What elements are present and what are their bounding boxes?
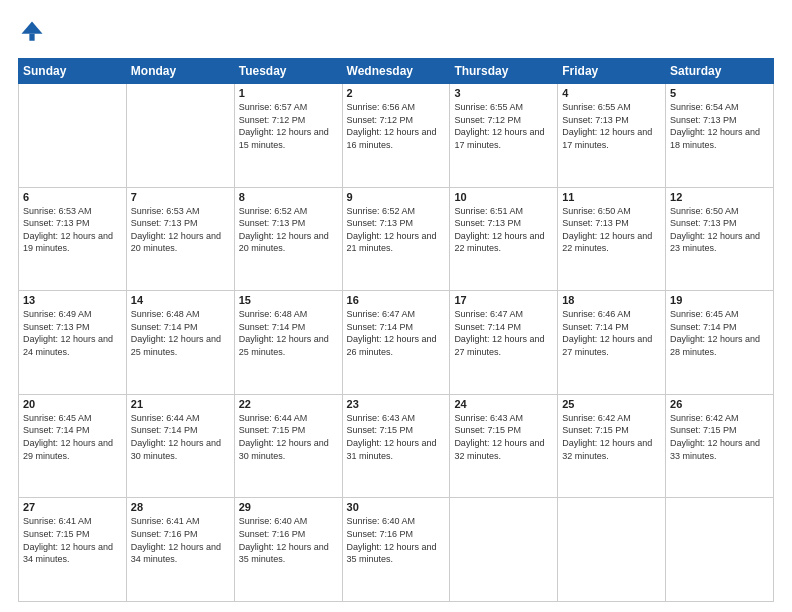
calendar-week-5: 27Sunrise: 6:41 AM Sunset: 7:15 PM Dayli…: [19, 498, 774, 602]
calendar-cell: 17Sunrise: 6:47 AM Sunset: 7:14 PM Dayli…: [450, 291, 558, 395]
calendar-week-2: 6Sunrise: 6:53 AM Sunset: 7:13 PM Daylig…: [19, 187, 774, 291]
calendar-cell: 29Sunrise: 6:40 AM Sunset: 7:16 PM Dayli…: [234, 498, 342, 602]
day-info: Sunrise: 6:46 AM Sunset: 7:14 PM Dayligh…: [562, 308, 661, 358]
calendar-cell: 3Sunrise: 6:55 AM Sunset: 7:12 PM Daylig…: [450, 84, 558, 188]
calendar-cell: 23Sunrise: 6:43 AM Sunset: 7:15 PM Dayli…: [342, 394, 450, 498]
day-info: Sunrise: 6:42 AM Sunset: 7:15 PM Dayligh…: [670, 412, 769, 462]
day-info: Sunrise: 6:48 AM Sunset: 7:14 PM Dayligh…: [131, 308, 230, 358]
day-number: 7: [131, 191, 230, 203]
day-info: Sunrise: 6:50 AM Sunset: 7:13 PM Dayligh…: [562, 205, 661, 255]
day-info: Sunrise: 6:44 AM Sunset: 7:15 PM Dayligh…: [239, 412, 338, 462]
calendar-cell: 8Sunrise: 6:52 AM Sunset: 7:13 PM Daylig…: [234, 187, 342, 291]
day-number: 1: [239, 87, 338, 99]
calendar-cell: 21Sunrise: 6:44 AM Sunset: 7:14 PM Dayli…: [126, 394, 234, 498]
calendar-cell: 9Sunrise: 6:52 AM Sunset: 7:13 PM Daylig…: [342, 187, 450, 291]
day-info: Sunrise: 6:40 AM Sunset: 7:16 PM Dayligh…: [347, 515, 446, 565]
col-header-thursday: Thursday: [450, 59, 558, 84]
day-number: 12: [670, 191, 769, 203]
day-info: Sunrise: 6:55 AM Sunset: 7:13 PM Dayligh…: [562, 101, 661, 151]
day-number: 16: [347, 294, 446, 306]
day-number: 26: [670, 398, 769, 410]
calendar-cell: 5Sunrise: 6:54 AM Sunset: 7:13 PM Daylig…: [666, 84, 774, 188]
calendar-cell: 27Sunrise: 6:41 AM Sunset: 7:15 PM Dayli…: [19, 498, 127, 602]
day-info: Sunrise: 6:47 AM Sunset: 7:14 PM Dayligh…: [454, 308, 553, 358]
day-info: Sunrise: 6:50 AM Sunset: 7:13 PM Dayligh…: [670, 205, 769, 255]
day-number: 19: [670, 294, 769, 306]
day-info: Sunrise: 6:53 AM Sunset: 7:13 PM Dayligh…: [131, 205, 230, 255]
day-number: 29: [239, 501, 338, 513]
calendar-cell: 22Sunrise: 6:44 AM Sunset: 7:15 PM Dayli…: [234, 394, 342, 498]
calendar-cell: 24Sunrise: 6:43 AM Sunset: 7:15 PM Dayli…: [450, 394, 558, 498]
day-number: 15: [239, 294, 338, 306]
calendar-cell: 30Sunrise: 6:40 AM Sunset: 7:16 PM Dayli…: [342, 498, 450, 602]
day-number: 8: [239, 191, 338, 203]
day-info: Sunrise: 6:41 AM Sunset: 7:16 PM Dayligh…: [131, 515, 230, 565]
calendar-cell: 20Sunrise: 6:45 AM Sunset: 7:14 PM Dayli…: [19, 394, 127, 498]
day-info: Sunrise: 6:41 AM Sunset: 7:15 PM Dayligh…: [23, 515, 122, 565]
day-number: 30: [347, 501, 446, 513]
day-number: 24: [454, 398, 553, 410]
day-info: Sunrise: 6:45 AM Sunset: 7:14 PM Dayligh…: [670, 308, 769, 358]
calendar-cell: 10Sunrise: 6:51 AM Sunset: 7:13 PM Dayli…: [450, 187, 558, 291]
header: [18, 18, 774, 46]
calendar-cell: [558, 498, 666, 602]
day-number: 5: [670, 87, 769, 99]
calendar-cell: [19, 84, 127, 188]
day-info: Sunrise: 6:53 AM Sunset: 7:13 PM Dayligh…: [23, 205, 122, 255]
day-number: 17: [454, 294, 553, 306]
page: SundayMondayTuesdayWednesdayThursdayFrid…: [0, 0, 792, 612]
calendar-cell: 14Sunrise: 6:48 AM Sunset: 7:14 PM Dayli…: [126, 291, 234, 395]
day-number: 9: [347, 191, 446, 203]
svg-rect-1: [29, 34, 34, 41]
day-number: 28: [131, 501, 230, 513]
calendar-cell: 13Sunrise: 6:49 AM Sunset: 7:13 PM Dayli…: [19, 291, 127, 395]
day-info: Sunrise: 6:43 AM Sunset: 7:15 PM Dayligh…: [347, 412, 446, 462]
calendar-cell: 16Sunrise: 6:47 AM Sunset: 7:14 PM Dayli…: [342, 291, 450, 395]
calendar-cell: 12Sunrise: 6:50 AM Sunset: 7:13 PM Dayli…: [666, 187, 774, 291]
calendar-cell: 19Sunrise: 6:45 AM Sunset: 7:14 PM Dayli…: [666, 291, 774, 395]
calendar-cell: 6Sunrise: 6:53 AM Sunset: 7:13 PM Daylig…: [19, 187, 127, 291]
calendar-week-4: 20Sunrise: 6:45 AM Sunset: 7:14 PM Dayli…: [19, 394, 774, 498]
day-info: Sunrise: 6:57 AM Sunset: 7:12 PM Dayligh…: [239, 101, 338, 151]
day-number: 3: [454, 87, 553, 99]
calendar-week-1: 1Sunrise: 6:57 AM Sunset: 7:12 PM Daylig…: [19, 84, 774, 188]
day-info: Sunrise: 6:44 AM Sunset: 7:14 PM Dayligh…: [131, 412, 230, 462]
day-info: Sunrise: 6:47 AM Sunset: 7:14 PM Dayligh…: [347, 308, 446, 358]
calendar-table: SundayMondayTuesdayWednesdayThursdayFrid…: [18, 58, 774, 602]
calendar-cell: 26Sunrise: 6:42 AM Sunset: 7:15 PM Dayli…: [666, 394, 774, 498]
day-info: Sunrise: 6:40 AM Sunset: 7:16 PM Dayligh…: [239, 515, 338, 565]
calendar-cell: [666, 498, 774, 602]
calendar-cell: 18Sunrise: 6:46 AM Sunset: 7:14 PM Dayli…: [558, 291, 666, 395]
day-number: 2: [347, 87, 446, 99]
calendar-cell: 2Sunrise: 6:56 AM Sunset: 7:12 PM Daylig…: [342, 84, 450, 188]
logo-icon: [18, 18, 46, 46]
day-number: 10: [454, 191, 553, 203]
day-info: Sunrise: 6:45 AM Sunset: 7:14 PM Dayligh…: [23, 412, 122, 462]
day-number: 27: [23, 501, 122, 513]
day-number: 14: [131, 294, 230, 306]
calendar-cell: 25Sunrise: 6:42 AM Sunset: 7:15 PM Dayli…: [558, 394, 666, 498]
calendar-cell: 15Sunrise: 6:48 AM Sunset: 7:14 PM Dayli…: [234, 291, 342, 395]
calendar-cell: [126, 84, 234, 188]
calendar-cell: 7Sunrise: 6:53 AM Sunset: 7:13 PM Daylig…: [126, 187, 234, 291]
day-info: Sunrise: 6:49 AM Sunset: 7:13 PM Dayligh…: [23, 308, 122, 358]
day-info: Sunrise: 6:54 AM Sunset: 7:13 PM Dayligh…: [670, 101, 769, 151]
col-header-wednesday: Wednesday: [342, 59, 450, 84]
col-header-tuesday: Tuesday: [234, 59, 342, 84]
calendar-cell: 4Sunrise: 6:55 AM Sunset: 7:13 PM Daylig…: [558, 84, 666, 188]
day-info: Sunrise: 6:55 AM Sunset: 7:12 PM Dayligh…: [454, 101, 553, 151]
day-number: 11: [562, 191, 661, 203]
day-info: Sunrise: 6:52 AM Sunset: 7:13 PM Dayligh…: [239, 205, 338, 255]
day-number: 25: [562, 398, 661, 410]
day-number: 22: [239, 398, 338, 410]
day-number: 23: [347, 398, 446, 410]
day-info: Sunrise: 6:42 AM Sunset: 7:15 PM Dayligh…: [562, 412, 661, 462]
day-info: Sunrise: 6:51 AM Sunset: 7:13 PM Dayligh…: [454, 205, 553, 255]
calendar-cell: [450, 498, 558, 602]
day-info: Sunrise: 6:48 AM Sunset: 7:14 PM Dayligh…: [239, 308, 338, 358]
day-number: 18: [562, 294, 661, 306]
day-number: 21: [131, 398, 230, 410]
calendar-week-3: 13Sunrise: 6:49 AM Sunset: 7:13 PM Dayli…: [19, 291, 774, 395]
col-header-saturday: Saturday: [666, 59, 774, 84]
col-header-friday: Friday: [558, 59, 666, 84]
